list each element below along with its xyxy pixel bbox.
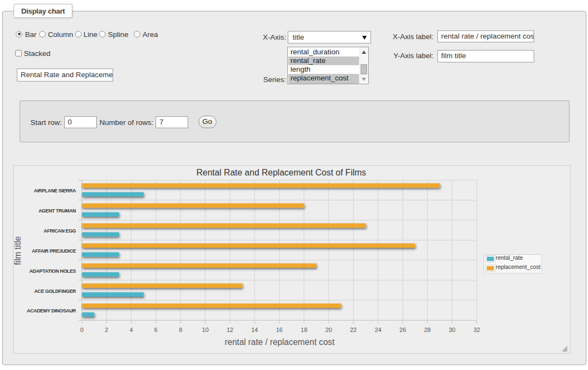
svg-text:14: 14 [251,327,258,333]
svg-text:ACE GOLDFINGER: ACE GOLDFINGER [34,289,76,294]
svg-text:20: 20 [325,327,332,333]
svg-text:AFRICAN EGG: AFRICAN EGG [44,228,76,234]
svg-text:AIRPLANE SIERRA: AIRPLANE SIERRA [34,188,76,193]
svg-text:22: 22 [350,327,356,333]
svg-text:film title: film title [14,236,23,265]
svg-text:8: 8 [179,327,182,333]
svg-text:Rental Rate and Replacement Co: Rental Rate and Replacement Cost of Film… [196,168,366,177]
svg-text:0: 0 [80,327,83,333]
svg-text:4: 4 [129,327,133,333]
svg-text:24: 24 [375,327,381,333]
svg-text:AFFAIR PREJUDICE: AFFAIR PREJUDICE [32,248,76,254]
svg-text:replacement_cost: replacement_cost [496,264,541,270]
svg-text:rental rate / replacement cost: rental rate / replacement cost [225,337,335,347]
svg-text:16: 16 [276,327,282,333]
svg-text:10: 10 [202,327,208,333]
svg-text:18: 18 [301,327,307,333]
svg-text:2: 2 [105,327,108,333]
svg-text:ACADEMY DINOSAUR: ACADEMY DINOSAUR [27,308,76,313]
svg-text:30: 30 [449,327,455,333]
svg-text:AGENT TRUMAN: AGENT TRUMAN [39,208,76,214]
svg-text:6: 6 [154,327,158,333]
svg-text:rental_rate: rental_rate [496,255,523,261]
svg-text:ADAPTATION HOLES: ADAPTATION HOLES [29,268,76,274]
svg-text:12: 12 [227,327,233,333]
svg-text:28: 28 [424,327,431,333]
svg-text:32: 32 [473,327,480,333]
svg-text:26: 26 [399,327,406,333]
